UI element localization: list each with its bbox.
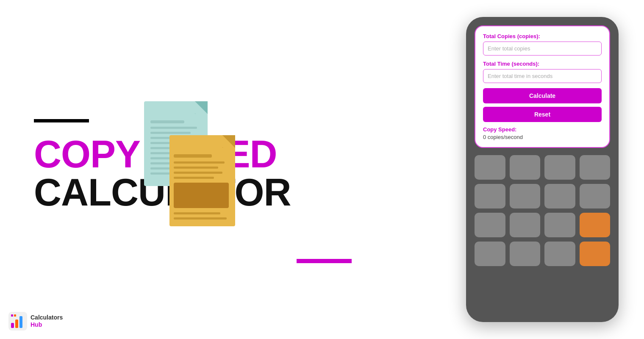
- calculator-screen: Total Copies (copies): Total Time (secon…: [475, 25, 610, 148]
- svg-rect-22: [174, 172, 222, 174]
- key-k13[interactable]: [475, 242, 505, 266]
- svg-rect-30: [19, 316, 22, 328]
- top-bar-decoration: [34, 119, 89, 122]
- logo-area: Calculators Hub: [8, 312, 63, 331]
- key-k1[interactable]: [475, 155, 505, 180]
- key-k4[interactable]: [580, 155, 611, 180]
- key-k11[interactable]: [544, 213, 575, 237]
- svg-rect-5: [150, 127, 197, 129]
- page-container: COPY SPEED CALCULATOR: [0, 0, 644, 339]
- svg-rect-23: [174, 177, 214, 179]
- key-k12[interactable]: [580, 213, 611, 237]
- key-k9[interactable]: [475, 213, 505, 237]
- svg-rect-6: [150, 132, 191, 134]
- field1-label: Total Copies (copies):: [483, 33, 602, 39]
- svg-rect-32: [14, 314, 16, 317]
- reset-button[interactable]: Reset: [483, 107, 602, 122]
- svg-rect-25: [174, 212, 220, 214]
- key-k3[interactable]: [544, 155, 575, 180]
- result-label: Copy Speed:: [483, 126, 602, 133]
- svg-rect-29: [15, 320, 18, 328]
- svg-rect-31: [11, 314, 13, 317]
- key-k2[interactable]: [510, 155, 541, 180]
- svg-rect-4: [150, 120, 184, 123]
- result-value: 0 copies/second: [483, 134, 602, 140]
- svg-rect-20: [174, 161, 225, 164]
- svg-rect-19: [174, 154, 212, 158]
- logo-text-top: Calculators: [31, 314, 63, 321]
- key-k8[interactable]: [580, 184, 611, 208]
- total-time-input[interactable]: [483, 69, 602, 83]
- key-k14[interactable]: [510, 242, 541, 266]
- key-k16[interactable]: [580, 242, 611, 266]
- logo-icon: [8, 312, 27, 331]
- key-k10[interactable]: [510, 213, 541, 237]
- svg-rect-26: [174, 217, 227, 220]
- svg-rect-24: [174, 183, 229, 208]
- svg-rect-21: [174, 167, 218, 169]
- document-illustration: [136, 93, 254, 228]
- right-section: Total Copies (copies): Total Time (secon…: [458, 8, 644, 331]
- total-copies-input[interactable]: [483, 42, 602, 56]
- calculate-button[interactable]: Calculate: [483, 88, 602, 103]
- logo-text: Calculators Hub: [31, 314, 63, 328]
- purple-bar-decoration: [297, 259, 352, 263]
- calculator-device: Total Copies (copies): Total Time (secon…: [466, 17, 619, 322]
- svg-rect-28: [11, 323, 14, 328]
- left-section: COPY SPEED CALCULATOR: [0, 94, 458, 245]
- key-k15[interactable]: [544, 242, 575, 266]
- logo-text-bottom: Hub: [31, 321, 63, 328]
- keypad: [475, 153, 610, 268]
- key-k6[interactable]: [510, 184, 541, 208]
- key-k5[interactable]: [475, 184, 505, 208]
- field2-label: Total Time (seconds):: [483, 61, 602, 67]
- key-k7[interactable]: [544, 184, 575, 208]
